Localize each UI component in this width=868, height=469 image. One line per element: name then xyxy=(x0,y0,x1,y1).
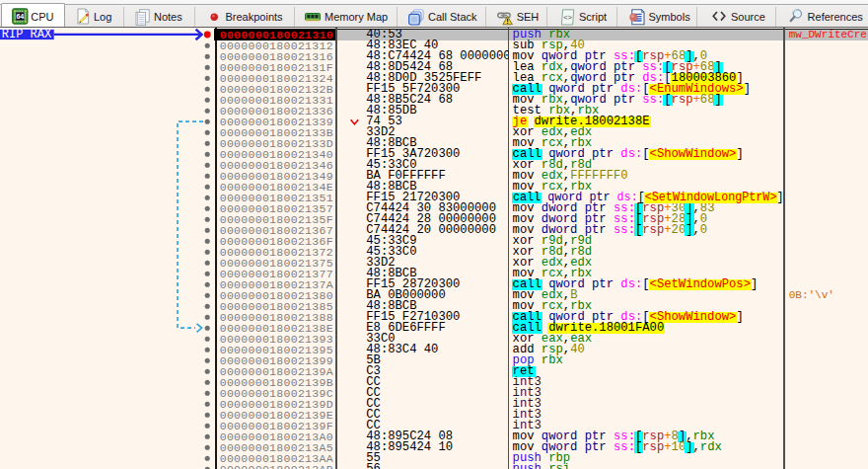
svg-text:RIP RAX: RIP RAX xyxy=(2,29,51,42)
svg-text:64: 64 xyxy=(16,13,24,20)
svg-text:<>: <> xyxy=(563,14,572,22)
